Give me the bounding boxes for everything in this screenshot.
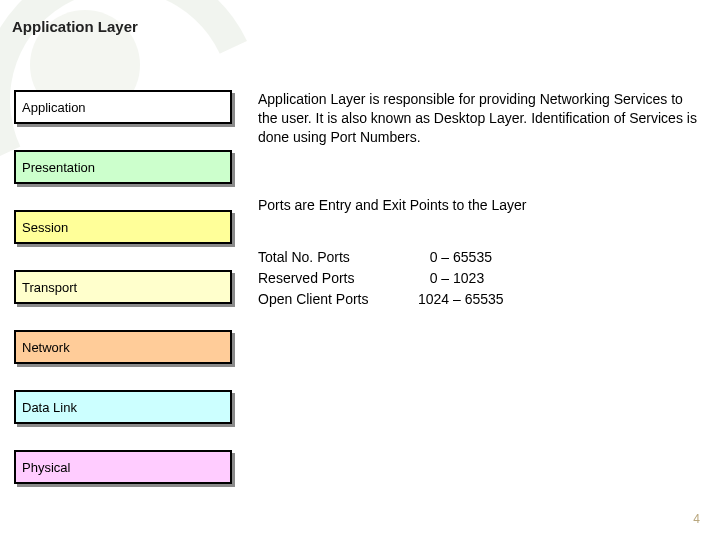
ports-table: Total No. Ports 0 – 65535Reserved Ports … bbox=[258, 247, 698, 310]
slide-title: Application Layer bbox=[12, 18, 138, 35]
ports-row-label: Open Client Ports bbox=[258, 289, 418, 310]
ports-row-range: 0 – 65535 bbox=[418, 247, 492, 268]
layer-box-physical: Physical bbox=[14, 450, 232, 484]
layer-box-label: Data Link bbox=[14, 390, 232, 424]
layer-box-label: Application bbox=[14, 90, 232, 124]
ports-row-range: 1024 – 65535 bbox=[418, 289, 504, 310]
layer-box-label: Physical bbox=[14, 450, 232, 484]
layer-box-application: Application bbox=[14, 90, 232, 124]
content-column: Application Layer is responsible for pro… bbox=[258, 90, 698, 310]
ports-row: Reserved Ports 0 – 1023 bbox=[258, 268, 698, 289]
page-number: 4 bbox=[693, 512, 700, 526]
ports-row-label: Total No. Ports bbox=[258, 247, 418, 268]
ports-row: Total No. Ports 0 – 65535 bbox=[258, 247, 698, 268]
ports-row-label: Reserved Ports bbox=[258, 268, 418, 289]
layer-box-presentation: Presentation bbox=[14, 150, 232, 184]
layer-box-session: Session bbox=[14, 210, 232, 244]
layer-box-label: Network bbox=[14, 330, 232, 364]
ports-row-range: 0 – 1023 bbox=[418, 268, 484, 289]
layer-box-network: Network bbox=[14, 330, 232, 364]
layer-box-label: Transport bbox=[14, 270, 232, 304]
ports-row: Open Client Ports1024 – 65535 bbox=[258, 289, 698, 310]
session-ports-note: Ports are Entry and Exit Points to the L… bbox=[258, 196, 698, 215]
osi-layers-column: ApplicationPresentationSessionTransportN… bbox=[14, 90, 232, 510]
layer-box-label: Session bbox=[14, 210, 232, 244]
layer-box-data-link: Data Link bbox=[14, 390, 232, 424]
layer-box-transport: Transport bbox=[14, 270, 232, 304]
layer-box-label: Presentation bbox=[14, 150, 232, 184]
application-layer-description: Application Layer is responsible for pro… bbox=[258, 90, 698, 168]
